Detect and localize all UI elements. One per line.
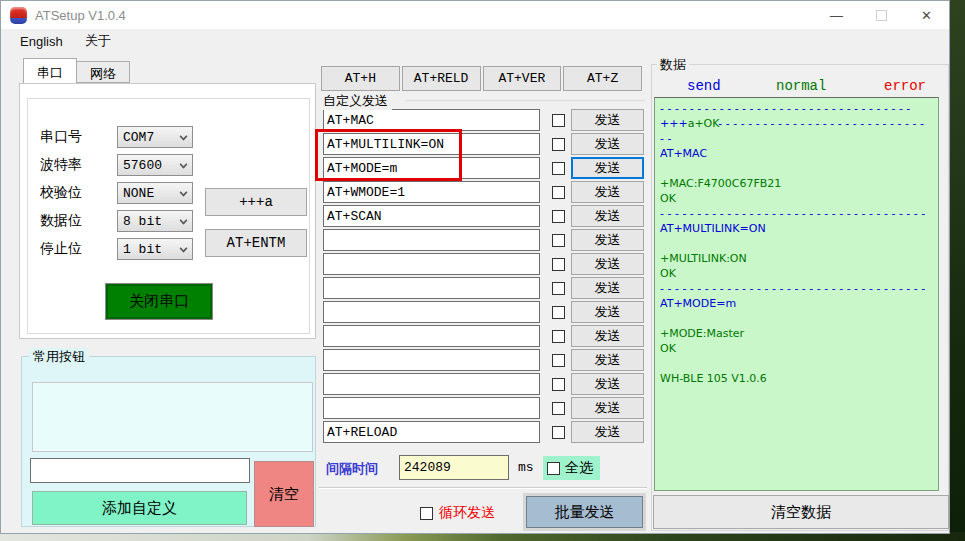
command-input[interactable] (323, 133, 540, 155)
titlebar: ATSetup V1.0.4 — ✕ (1, 1, 949, 29)
log-line: AT+MULTILINK=ON (660, 221, 933, 236)
data-log[interactable]: - - - - - - - - - - - - - - - - - - - - … (654, 97, 939, 491)
clear-data-button[interactable]: 清空数据 (653, 495, 949, 529)
row-checkbox[interactable] (552, 162, 565, 175)
log-line: +MULTILINK:ON (660, 251, 933, 266)
common-buttons-list[interactable] (32, 382, 313, 452)
maximize-icon[interactable] (859, 1, 904, 29)
command-input[interactable] (323, 253, 540, 275)
desktop-wallpaper-right (949, 0, 965, 541)
send-button[interactable]: 发送 (571, 373, 644, 395)
plus-a-button[interactable]: +++a (205, 188, 307, 216)
row-checkbox[interactable] (552, 354, 565, 367)
chevron-down-icon (180, 217, 188, 225)
quick-command-button[interactable]: AT+H (321, 66, 400, 91)
custom-send-title: 自定义发送 (323, 92, 392, 110)
custom-send-row: 发送 (323, 373, 644, 395)
log-line: OK (660, 266, 933, 281)
command-input[interactable] (323, 205, 540, 227)
quick-command-button[interactable]: AT+VER (483, 66, 562, 91)
row-checkbox[interactable] (552, 378, 565, 391)
row-checkbox[interactable] (552, 402, 565, 415)
command-input[interactable] (323, 349, 540, 371)
dropdown-value: NONE (123, 186, 154, 201)
send-button[interactable]: 发送 (571, 229, 644, 251)
command-input[interactable] (323, 157, 540, 179)
log-line: OK (660, 341, 933, 356)
menu-item[interactable]: English (9, 31, 74, 52)
loop-send-wrap: 循环发送 (420, 504, 495, 522)
custom-send-row: 发送 (323, 157, 644, 179)
field-dropdown[interactable]: 1 bit (117, 238, 193, 260)
send-button[interactable]: 发送 (571, 205, 644, 227)
log-line (660, 356, 933, 371)
send-button[interactable]: 发送 (571, 397, 644, 419)
dropdown-value: 1 bit (123, 242, 162, 257)
batch-send-button[interactable]: 批量发送 (526, 496, 643, 528)
quick-command-button[interactable]: AT+RELD (402, 66, 481, 91)
row-checkbox[interactable] (552, 282, 565, 295)
custom-send-row: 发送 (323, 205, 644, 227)
log-line (660, 236, 933, 251)
row-checkbox[interactable] (552, 114, 565, 127)
send-button[interactable]: 发送 (571, 277, 644, 299)
add-custom-button[interactable]: 添加自定义 (32, 491, 247, 525)
field-label: 停止位 (40, 240, 117, 258)
log-line: AT+MAC (660, 146, 933, 161)
log-line: +++a+OK- - - - - - - - - - - - - - - - -… (660, 116, 933, 131)
field-dropdown[interactable]: 57600 (117, 154, 193, 176)
divider (319, 487, 647, 489)
command-input[interactable] (323, 397, 540, 419)
row-checkbox[interactable] (552, 426, 565, 439)
new-command-input[interactable] (30, 458, 250, 483)
select-all-checkbox[interactable] (547, 462, 560, 475)
send-button[interactable]: 发送 (571, 421, 644, 443)
row-checkbox[interactable] (552, 138, 565, 151)
send-button[interactable]: 发送 (571, 157, 644, 179)
send-button[interactable]: 发送 (571, 133, 644, 155)
send-button[interactable]: 发送 (571, 253, 644, 275)
field-label: 校验位 (40, 184, 117, 202)
custom-send-row: 发送 (323, 325, 644, 347)
clear-list-button[interactable]: 清空 (254, 461, 314, 527)
custom-send-row: 发送 (323, 109, 644, 131)
row-checkbox[interactable] (552, 210, 565, 223)
send-button[interactable]: 发送 (571, 301, 644, 323)
menu-item[interactable]: 关于 (74, 29, 122, 53)
app-icon (10, 7, 27, 24)
send-button[interactable]: 发送 (571, 181, 644, 203)
close-port-button[interactable]: 关闭串口 (105, 283, 213, 320)
chevron-down-icon (180, 189, 188, 197)
serial-field-row: 数据位 8 bit (40, 210, 193, 232)
command-input[interactable] (323, 181, 540, 203)
interval-input[interactable] (399, 455, 509, 480)
row-checkbox[interactable] (552, 234, 565, 247)
log-line (660, 161, 933, 176)
command-input[interactable] (323, 229, 540, 251)
quick-command-button[interactable]: AT+Z (563, 66, 642, 91)
serial-tab[interactable]: 网络 (77, 61, 130, 83)
field-dropdown[interactable]: COM7 (117, 126, 193, 148)
command-input[interactable] (323, 325, 540, 347)
custom-send-row: 发送 (323, 181, 644, 203)
close-icon[interactable]: ✕ (904, 1, 949, 29)
minimize-icon[interactable]: — (814, 1, 859, 29)
command-input[interactable] (323, 421, 540, 443)
send-button[interactable]: 发送 (571, 109, 644, 131)
loop-send-checkbox[interactable] (420, 507, 433, 520)
row-checkbox[interactable] (552, 258, 565, 271)
row-checkbox[interactable] (552, 186, 565, 199)
row-checkbox[interactable] (552, 306, 565, 319)
command-input[interactable] (323, 301, 540, 323)
at-entm-button[interactable]: AT+ENTM (205, 229, 307, 257)
row-checkbox[interactable] (552, 330, 565, 343)
field-dropdown[interactable]: NONE (117, 182, 193, 204)
send-button[interactable]: 发送 (571, 325, 644, 347)
command-input[interactable] (323, 373, 540, 395)
command-input[interactable] (323, 277, 540, 299)
log-line (660, 311, 933, 326)
send-button[interactable]: 发送 (571, 349, 644, 371)
serial-tab[interactable]: 串口 (23, 58, 77, 83)
command-input[interactable] (323, 109, 540, 131)
field-dropdown[interactable]: 8 bit (117, 210, 193, 232)
